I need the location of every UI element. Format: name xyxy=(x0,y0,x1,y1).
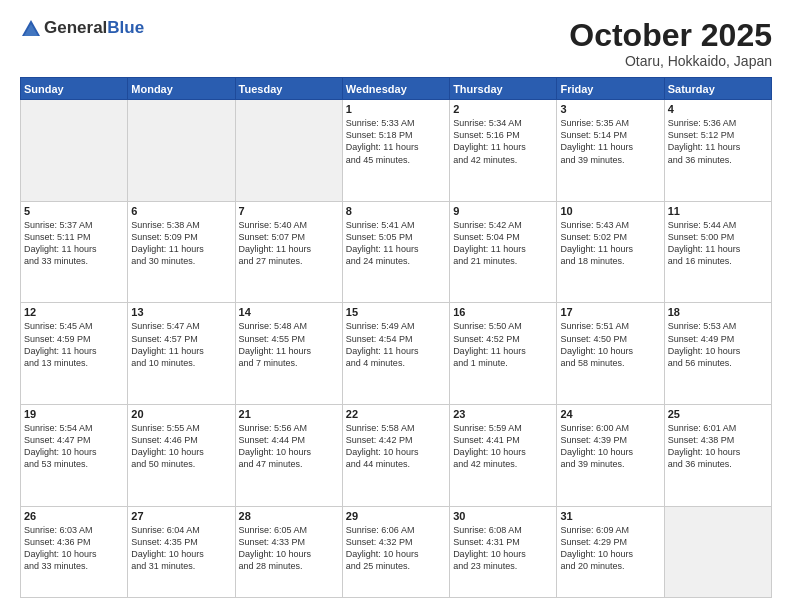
day-number: 2 xyxy=(453,103,553,115)
day-cell-4: 4Sunrise: 5:36 AM Sunset: 5:12 PM Daylig… xyxy=(664,100,771,202)
day-cell-10: 10Sunrise: 5:43 AM Sunset: 5:02 PM Dayli… xyxy=(557,201,664,303)
page: GeneralBlue October 2025 Otaru, Hokkaido… xyxy=(0,0,792,612)
title-block: October 2025 Otaru, Hokkaido, Japan xyxy=(569,18,772,69)
day-number: 4 xyxy=(668,103,768,115)
header: GeneralBlue October 2025 Otaru, Hokkaido… xyxy=(20,18,772,69)
weekday-header-wednesday: Wednesday xyxy=(342,78,449,100)
day-number: 21 xyxy=(239,408,339,420)
day-cell-8: 8Sunrise: 5:41 AM Sunset: 5:05 PM Daylig… xyxy=(342,201,449,303)
day-number: 1 xyxy=(346,103,446,115)
day-cell-23: 23Sunrise: 5:59 AM Sunset: 4:41 PM Dayli… xyxy=(450,404,557,506)
empty-cell xyxy=(235,100,342,202)
weekday-header-monday: Monday xyxy=(128,78,235,100)
day-number: 27 xyxy=(131,510,231,522)
day-number: 11 xyxy=(668,205,768,217)
day-number: 13 xyxy=(131,306,231,318)
day-cell-30: 30Sunrise: 6:08 AM Sunset: 4:31 PM Dayli… xyxy=(450,506,557,597)
location-subtitle: Otaru, Hokkaido, Japan xyxy=(569,53,772,69)
day-info: Sunrise: 5:45 AM Sunset: 4:59 PM Dayligh… xyxy=(24,320,124,369)
day-info: Sunrise: 5:33 AM Sunset: 5:18 PM Dayligh… xyxy=(346,117,446,166)
day-number: 10 xyxy=(560,205,660,217)
day-number: 17 xyxy=(560,306,660,318)
day-number: 14 xyxy=(239,306,339,318)
month-title: October 2025 xyxy=(569,18,772,53)
day-info: Sunrise: 6:06 AM Sunset: 4:32 PM Dayligh… xyxy=(346,524,446,573)
day-info: Sunrise: 6:03 AM Sunset: 4:36 PM Dayligh… xyxy=(24,524,124,573)
day-number: 31 xyxy=(560,510,660,522)
logo-icon xyxy=(20,18,42,38)
day-cell-29: 29Sunrise: 6:06 AM Sunset: 4:32 PM Dayli… xyxy=(342,506,449,597)
day-cell-18: 18Sunrise: 5:53 AM Sunset: 4:49 PM Dayli… xyxy=(664,303,771,405)
day-cell-15: 15Sunrise: 5:49 AM Sunset: 4:54 PM Dayli… xyxy=(342,303,449,405)
day-info: Sunrise: 5:53 AM Sunset: 4:49 PM Dayligh… xyxy=(668,320,768,369)
day-cell-14: 14Sunrise: 5:48 AM Sunset: 4:55 PM Dayli… xyxy=(235,303,342,405)
day-info: Sunrise: 5:34 AM Sunset: 5:16 PM Dayligh… xyxy=(453,117,553,166)
logo-text: GeneralBlue xyxy=(44,18,144,38)
day-number: 28 xyxy=(239,510,339,522)
day-info: Sunrise: 5:48 AM Sunset: 4:55 PM Dayligh… xyxy=(239,320,339,369)
day-cell-7: 7Sunrise: 5:40 AM Sunset: 5:07 PM Daylig… xyxy=(235,201,342,303)
day-cell-6: 6Sunrise: 5:38 AM Sunset: 5:09 PM Daylig… xyxy=(128,201,235,303)
empty-cell xyxy=(128,100,235,202)
week-row-5: 26Sunrise: 6:03 AM Sunset: 4:36 PM Dayli… xyxy=(21,506,772,597)
day-cell-1: 1Sunrise: 5:33 AM Sunset: 5:18 PM Daylig… xyxy=(342,100,449,202)
day-info: Sunrise: 5:54 AM Sunset: 4:47 PM Dayligh… xyxy=(24,422,124,471)
day-number: 16 xyxy=(453,306,553,318)
day-number: 12 xyxy=(24,306,124,318)
day-info: Sunrise: 5:44 AM Sunset: 5:00 PM Dayligh… xyxy=(668,219,768,268)
week-row-4: 19Sunrise: 5:54 AM Sunset: 4:47 PM Dayli… xyxy=(21,404,772,506)
day-number: 8 xyxy=(346,205,446,217)
day-cell-21: 21Sunrise: 5:56 AM Sunset: 4:44 PM Dayli… xyxy=(235,404,342,506)
week-row-3: 12Sunrise: 5:45 AM Sunset: 4:59 PM Dayli… xyxy=(21,303,772,405)
day-info: Sunrise: 5:56 AM Sunset: 4:44 PM Dayligh… xyxy=(239,422,339,471)
empty-cell xyxy=(21,100,128,202)
day-cell-28: 28Sunrise: 6:05 AM Sunset: 4:33 PM Dayli… xyxy=(235,506,342,597)
weekday-header-tuesday: Tuesday xyxy=(235,78,342,100)
day-number: 20 xyxy=(131,408,231,420)
day-info: Sunrise: 5:38 AM Sunset: 5:09 PM Dayligh… xyxy=(131,219,231,268)
day-cell-9: 9Sunrise: 5:42 AM Sunset: 5:04 PM Daylig… xyxy=(450,201,557,303)
day-cell-17: 17Sunrise: 5:51 AM Sunset: 4:50 PM Dayli… xyxy=(557,303,664,405)
day-info: Sunrise: 6:09 AM Sunset: 4:29 PM Dayligh… xyxy=(560,524,660,573)
day-number: 22 xyxy=(346,408,446,420)
day-number: 25 xyxy=(668,408,768,420)
day-info: Sunrise: 5:35 AM Sunset: 5:14 PM Dayligh… xyxy=(560,117,660,166)
week-row-2: 5Sunrise: 5:37 AM Sunset: 5:11 PM Daylig… xyxy=(21,201,772,303)
day-info: Sunrise: 6:05 AM Sunset: 4:33 PM Dayligh… xyxy=(239,524,339,573)
day-info: Sunrise: 5:55 AM Sunset: 4:46 PM Dayligh… xyxy=(131,422,231,471)
day-cell-27: 27Sunrise: 6:04 AM Sunset: 4:35 PM Dayli… xyxy=(128,506,235,597)
day-info: Sunrise: 5:37 AM Sunset: 5:11 PM Dayligh… xyxy=(24,219,124,268)
day-number: 6 xyxy=(131,205,231,217)
day-info: Sunrise: 5:41 AM Sunset: 5:05 PM Dayligh… xyxy=(346,219,446,268)
day-cell-3: 3Sunrise: 5:35 AM Sunset: 5:14 PM Daylig… xyxy=(557,100,664,202)
weekday-header-thursday: Thursday xyxy=(450,78,557,100)
day-info: Sunrise: 6:04 AM Sunset: 4:35 PM Dayligh… xyxy=(131,524,231,573)
day-cell-19: 19Sunrise: 5:54 AM Sunset: 4:47 PM Dayli… xyxy=(21,404,128,506)
day-cell-5: 5Sunrise: 5:37 AM Sunset: 5:11 PM Daylig… xyxy=(21,201,128,303)
day-info: Sunrise: 5:42 AM Sunset: 5:04 PM Dayligh… xyxy=(453,219,553,268)
weekday-header-friday: Friday xyxy=(557,78,664,100)
day-number: 19 xyxy=(24,408,124,420)
day-number: 29 xyxy=(346,510,446,522)
day-info: Sunrise: 5:47 AM Sunset: 4:57 PM Dayligh… xyxy=(131,320,231,369)
day-cell-12: 12Sunrise: 5:45 AM Sunset: 4:59 PM Dayli… xyxy=(21,303,128,405)
day-number: 23 xyxy=(453,408,553,420)
day-number: 9 xyxy=(453,205,553,217)
logo: GeneralBlue xyxy=(20,18,144,38)
day-info: Sunrise: 6:00 AM Sunset: 4:39 PM Dayligh… xyxy=(560,422,660,471)
weekday-header-saturday: Saturday xyxy=(664,78,771,100)
day-cell-16: 16Sunrise: 5:50 AM Sunset: 4:52 PM Dayli… xyxy=(450,303,557,405)
day-number: 26 xyxy=(24,510,124,522)
calendar-table: SundayMondayTuesdayWednesdayThursdayFrid… xyxy=(20,77,772,598)
empty-cell xyxy=(664,506,771,597)
day-info: Sunrise: 5:49 AM Sunset: 4:54 PM Dayligh… xyxy=(346,320,446,369)
day-info: Sunrise: 6:08 AM Sunset: 4:31 PM Dayligh… xyxy=(453,524,553,573)
day-info: Sunrise: 6:01 AM Sunset: 4:38 PM Dayligh… xyxy=(668,422,768,471)
day-number: 5 xyxy=(24,205,124,217)
day-number: 15 xyxy=(346,306,446,318)
day-info: Sunrise: 5:36 AM Sunset: 5:12 PM Dayligh… xyxy=(668,117,768,166)
day-number: 7 xyxy=(239,205,339,217)
day-number: 18 xyxy=(668,306,768,318)
day-cell-24: 24Sunrise: 6:00 AM Sunset: 4:39 PM Dayli… xyxy=(557,404,664,506)
day-info: Sunrise: 5:50 AM Sunset: 4:52 PM Dayligh… xyxy=(453,320,553,369)
